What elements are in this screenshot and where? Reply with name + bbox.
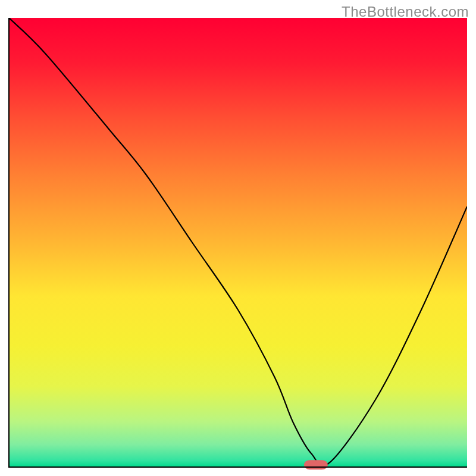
optimal-point-marker [304,460,328,469]
bottleneck-curve-chart [0,0,476,476]
chart-container: TheBottleneck.com [0,0,476,476]
watermark-text: TheBottleneck.com [342,4,469,20]
plot-background [9,18,467,467]
